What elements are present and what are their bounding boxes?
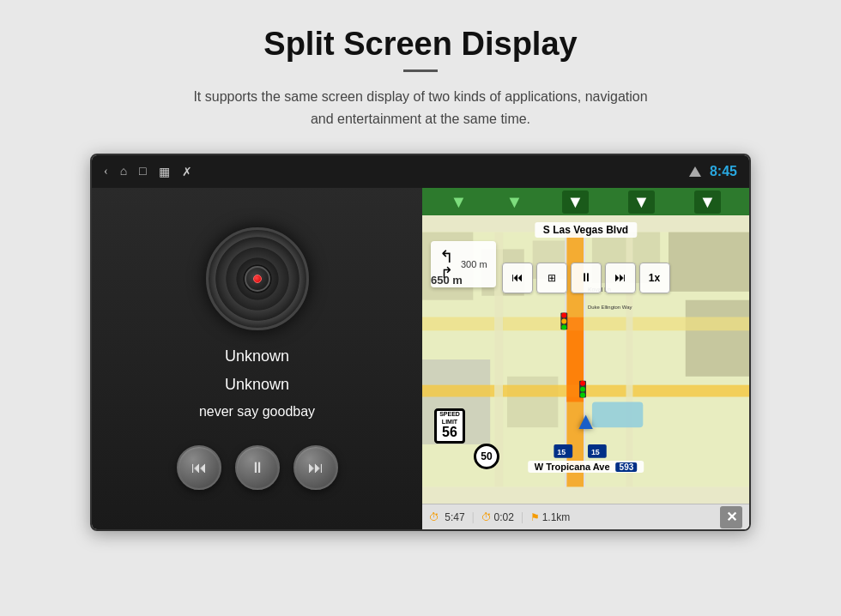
vinyl-disc [206, 227, 309, 330]
speed-limit-sign: SPEED LIMIT 56 [434, 408, 465, 444]
svg-text:Duke Ellington Way: Duke Ellington Way [588, 305, 632, 310]
nav-playback-controls: ⏮ ⊞ ⏸ ⏭ 1x [502, 263, 670, 293]
nav-bottom-street: W Tropicana Ave 593 [528, 461, 644, 473]
nav-street-label: S Las Vegas Blvd [535, 222, 637, 238]
speed-50-number: 50 [481, 450, 492, 462]
nav-arrow-1: ▼ [451, 192, 468, 212]
nav-turn-distance: 300 m [461, 259, 487, 269]
close-icon: ✕ [726, 509, 737, 525]
nav-eta: ⏱ 0:02 [481, 511, 514, 523]
route-593-badge: 593 [616, 462, 638, 472]
prev-button[interactable]: ⏮ [177, 445, 221, 490]
svg-point-20 [561, 319, 566, 324]
music-panel: Unknown Unknown never say goodbay ⏮ ⏸ ⏭ [92, 188, 422, 529]
image-icon[interactable]: ▦ [159, 165, 170, 179]
svg-rect-8 [507, 377, 558, 427]
speed-50-sign: 50 [474, 444, 499, 469]
media-controls: ⏮ ⏸ ⏭ [177, 445, 338, 490]
play-pause-button[interactable]: ⏸ [235, 445, 280, 490]
svg-point-19 [561, 313, 566, 318]
nav-time: ⏱ 5:47 [429, 511, 465, 523]
nav-prev-icon: ⏮ [511, 271, 523, 285]
nav-bottom-sep2: | [521, 510, 523, 524]
nav-car-arrow: ▲ [574, 408, 598, 435]
back-icon[interactable]: ‹ [104, 165, 108, 178]
status-bar-left: ‹ ⌂ □ ▦ ✗ [104, 165, 192, 179]
nav-chess-icon: ⊞ [548, 272, 556, 285]
vinyl-center [245, 266, 270, 292]
svg-rect-6 [686, 300, 749, 377]
nav-speed-button[interactable]: 1x [639, 263, 670, 293]
nav-prev-button[interactable]: ⏮ [502, 263, 533, 293]
nav-dist-label: 650 m [431, 274, 463, 287]
nav-pause-icon: ⏸ [580, 271, 592, 285]
speed-limit-number: 56 [437, 426, 463, 439]
track-title: Unknown [225, 347, 289, 365]
usb-icon[interactable]: ✗ [182, 165, 192, 179]
nav-bottom-sep: | [472, 510, 475, 524]
nav-arrow-3: ▼ [562, 190, 590, 214]
nav-speed-label: 1x [649, 272, 660, 284]
next-button[interactable]: ⏭ [293, 445, 338, 490]
speed-limit-label: SPEED LIMIT [437, 411, 463, 426]
title-divider [403, 69, 438, 72]
nav-next-icon: ⏭ [614, 271, 626, 285]
svg-point-21 [561, 325, 566, 330]
nav-dist: ⚑ 1.1km [530, 511, 571, 523]
svg-rect-26 [592, 402, 643, 428]
nav-pause-button[interactable]: ⏸ [571, 263, 602, 293]
nav-top-bar: ▼ ▼ ▼ ▼ ▼ [422, 188, 749, 215]
track-name: never say goodbay [199, 404, 315, 420]
device-screen: ‹ ⌂ □ ▦ ✗ 8:45 Unknown Unknown never say… [90, 154, 751, 531]
svg-rect-5 [669, 233, 749, 292]
nav-next-button[interactable]: ⏭ [605, 263, 636, 293]
page-title: Split Screen Display [263, 26, 577, 63]
next-icon: ⏭ [308, 459, 324, 477]
nav-close-button[interactable]: ✕ [720, 506, 742, 528]
nav-arrow-4: ▼ [628, 190, 656, 214]
svg-point-24 [580, 387, 585, 392]
page-subtitle: It supports the same screen display of t… [180, 86, 661, 130]
svg-text:15: 15 [591, 448, 600, 456]
svg-text:15: 15 [557, 448, 566, 456]
status-time: 8:45 [710, 164, 737, 179]
prev-icon: ⏮ [191, 459, 207, 477]
svg-point-25 [580, 393, 585, 398]
status-bar: ‹ ⌂ □ ▦ ✗ 8:45 [92, 155, 749, 188]
square-icon[interactable]: □ [139, 165, 146, 178]
vinyl-dot [253, 275, 262, 283]
nav-map: Koval Ln Duke Ellington Way 15 15 S Las … [422, 215, 749, 504]
nav-chess-button[interactable]: ⊞ [536, 263, 567, 293]
nav-panel: ▼ ▼ ▼ ▼ ▼ [422, 188, 749, 529]
triangle-icon [689, 166, 701, 177]
nav-bottom-bar: ⏱ 5:47 | ⏱ 0:02 | ⚑ 1.1km ✕ [422, 504, 749, 529]
nav-arrow-5: ▼ [694, 190, 722, 214]
content-area: Unknown Unknown never say goodbay ⏮ ⏸ ⏭ … [92, 188, 749, 529]
svg-point-23 [580, 381, 585, 386]
home-icon[interactable]: ⌂ [120, 165, 127, 178]
track-artist: Unknown [225, 376, 289, 394]
nav-arrow-2: ▼ [506, 192, 523, 212]
status-bar-right: 8:45 [689, 164, 737, 179]
pause-icon: ⏸ [250, 459, 265, 477]
